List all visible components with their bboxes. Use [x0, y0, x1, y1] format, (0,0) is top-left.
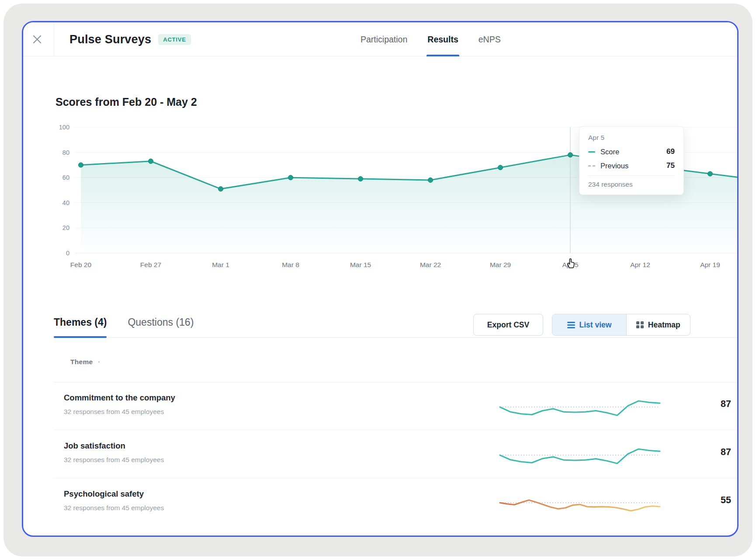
- chart-title: Scores from Feb 20 - May 2: [55, 96, 197, 108]
- svg-text:100: 100: [59, 124, 69, 131]
- theme-subtitle: 32 responses from 45 employees: [64, 456, 164, 464]
- theme-row-commitment[interactable]: Commitment to the company 32 responses f…: [54, 382, 737, 430]
- header-divider: [54, 22, 54, 56]
- svg-text:80: 80: [62, 149, 69, 156]
- tooltip-score-label: Score: [600, 148, 666, 156]
- theme-column-label: Theme: [70, 358, 93, 365]
- svg-text:Apr 19: Apr 19: [700, 261, 720, 268]
- svg-text:Apr 12: Apr 12: [630, 261, 650, 268]
- pulse-surveys-modal: Pulse Surveys ACTIVE Participation Resul…: [22, 21, 739, 537]
- close-button[interactable]: [30, 33, 44, 47]
- theme-title: Job satisfaction: [64, 441, 125, 451]
- score-dash-icon: [588, 151, 595, 153]
- theme-score: 87: [696, 399, 731, 410]
- svg-text:0: 0: [66, 250, 69, 257]
- page-title: Pulse Surveys: [69, 33, 151, 46]
- theme-sparkline: [498, 440, 662, 469]
- chart-tooltip: Apr 5 Score 69 Previous 75 234 responses: [579, 126, 684, 195]
- theme-sparkline: [498, 392, 662, 421]
- view-toggle: List view Heatmap: [552, 314, 690, 336]
- svg-text:20: 20: [62, 224, 69, 231]
- sort-indicator-icon: ·: [98, 358, 100, 365]
- theme-row-job-satisfaction[interactable]: Job satisfaction 32 responses from 45 em…: [54, 430, 737, 478]
- heatmap-label: Heatmap: [648, 320, 680, 330]
- tooltip-date: Apr 5: [588, 134, 675, 142]
- tooltip-score-value: 69: [666, 147, 675, 156]
- theme-score: 87: [696, 447, 731, 458]
- theme-score: 55: [696, 495, 731, 506]
- tab-results[interactable]: Results: [427, 22, 458, 56]
- theme-column-header[interactable]: Theme·: [70, 358, 100, 366]
- status-badge: ACTIVE: [158, 34, 191, 45]
- list-view-icon: [567, 322, 575, 328]
- tab-themes[interactable]: Themes (4): [54, 307, 107, 337]
- tooltip-previous-label: Previous: [600, 162, 666, 170]
- svg-text:Feb 20: Feb 20: [70, 261, 92, 268]
- heatmap-button[interactable]: Heatmap: [627, 314, 690, 335]
- modal-header: Pulse Surveys ACTIVE Participation Resul…: [23, 22, 737, 56]
- tooltip-responses: 234 responses: [588, 181, 675, 188]
- theme-title: Psychological safety: [64, 489, 144, 499]
- tab-enps[interactable]: eNPS: [479, 22, 501, 56]
- heatmap-icon: [636, 321, 644, 329]
- export-csv-button[interactable]: Export CSV: [473, 314, 543, 336]
- list-view-button[interactable]: List view: [552, 314, 627, 335]
- svg-text:Mar 15: Mar 15: [350, 261, 371, 268]
- svg-text:Mar 22: Mar 22: [420, 261, 441, 268]
- previous-dash-icon: [588, 165, 595, 167]
- list-view-label: List view: [579, 320, 612, 330]
- theme-sparkline: [498, 488, 662, 517]
- svg-text:60: 60: [62, 174, 69, 181]
- theme-subtitle: 32 responses from 45 employees: [64, 408, 164, 416]
- theme-row-psychological-safety[interactable]: Psychological safety 32 responses from 4…: [54, 478, 737, 536]
- svg-text:Apr 5: Apr 5: [562, 261, 578, 268]
- tab-participation[interactable]: Participation: [361, 22, 407, 56]
- theme-subtitle: 32 responses from 45 employees: [64, 504, 164, 512]
- header-tabs: Participation Results eNPS: [361, 22, 501, 56]
- theme-title: Commitment to the company: [64, 393, 175, 403]
- svg-text:Mar 1: Mar 1: [212, 261, 229, 268]
- svg-text:40: 40: [62, 199, 69, 206]
- tab-questions[interactable]: Questions (16): [128, 307, 194, 337]
- svg-text:Feb 27: Feb 27: [140, 261, 161, 268]
- svg-text:Mar 8: Mar 8: [282, 261, 299, 268]
- tooltip-previous-value: 75: [666, 161, 675, 170]
- svg-text:Mar 29: Mar 29: [490, 261, 511, 268]
- close-icon: [32, 35, 42, 44]
